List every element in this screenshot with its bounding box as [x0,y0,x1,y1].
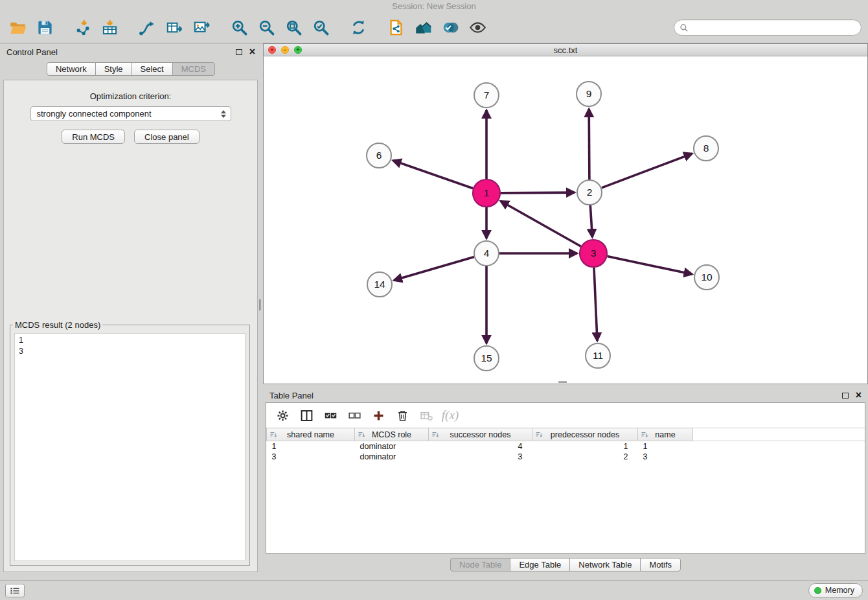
settings-gear-icon[interactable] [273,406,292,424]
node-table-cell[interactable]: dominator [355,452,429,462]
graph-node-3[interactable]: 3 [580,240,607,267]
network-graph[interactable]: 7968124314101511 [264,56,867,384]
graph-edge-4-14[interactable] [394,257,474,281]
node-table-cell[interactable]: 4 [429,441,532,452]
node-table-cell[interactable]: dominator [355,441,429,452]
graph-edge-1-2[interactable] [501,192,575,193]
add-icon[interactable] [369,406,388,424]
column-label: MCDS role [372,430,411,439]
svg-text:11: 11 [593,350,603,361]
graph-node-15[interactable]: 15 [474,346,499,371]
criterion-dropdown[interactable]: strongly connected component [30,106,231,121]
minimize-window-button[interactable]: − [281,46,289,54]
column-header-successor-nodes[interactable]: successor nodes [429,428,532,441]
refresh-layout-icon[interactable] [347,16,370,40]
venn-icon[interactable] [439,16,462,40]
graph-edge-3-11[interactable] [594,268,597,341]
export-image-icon[interactable] [190,16,213,40]
window-titlebar[interactable]: Session: New Session [0,0,868,12]
graph-edge-2-3[interactable] [590,205,592,237]
svg-text:6: 6 [376,150,382,161]
close-window-button[interactable]: × [268,46,276,54]
save-session-icon[interactable] [33,16,56,40]
control-panel-close-icon[interactable]: × [249,47,255,56]
delete-table-icon[interactable] [417,406,436,424]
table-panel-float-icon[interactable] [842,393,849,398]
tab-mcds[interactable]: MCDS [172,62,215,76]
deselect-all-rows-icon[interactable] [345,406,364,424]
node-table-cell[interactable]: 2 [532,452,638,462]
open-file-icon[interactable] [6,16,29,40]
node-table-cell[interactable]: 3 [267,452,355,462]
show-panels-button[interactable] [5,584,25,597]
node-table-cell[interactable]: 1 [267,441,355,452]
node-table-cell[interactable]: 3 [429,452,532,462]
zoom-selected-icon[interactable] [309,16,332,40]
zoom-in-icon[interactable] [227,16,251,40]
node-table-cell[interactable]: 3 [638,452,693,462]
fx-icon: f(x) [442,408,459,422]
svg-text:1: 1 [484,187,490,198]
graph-edge-2-9[interactable] [589,109,589,179]
tab-network-table[interactable]: Network Table [569,558,641,571]
zoom-fit-icon[interactable] [282,16,305,40]
export-table-icon[interactable] [163,16,186,40]
graph-node-4[interactable]: 4 [474,241,499,266]
home-icon[interactable] [411,16,435,40]
svg-text:7: 7 [484,89,490,100]
node-table-cell[interactable]: 1 [532,441,638,452]
network-canvas[interactable]: 7968124314101511 [264,56,867,384]
tab-edge-table[interactable]: Edge Table [510,558,570,571]
memory-button[interactable]: Memory [808,583,863,598]
graph-node-2[interactable]: 2 [577,180,602,205]
column-header-name[interactable]: name [638,428,693,441]
graph-edge-3-10[interactable] [608,257,692,275]
eye-icon[interactable] [466,16,489,40]
mcds-result-values[interactable]: 1 3 [14,333,246,561]
show-columns-icon[interactable] [297,406,316,424]
search-input[interactable] [691,21,856,34]
search-box[interactable] [674,19,862,36]
select-all-rows-icon[interactable] [321,406,340,424]
graph-node-14[interactable]: 14 [367,272,392,297]
graph-edge-1-6[interactable] [393,161,474,189]
zoom-out-icon[interactable] [255,16,278,40]
splitter-handle-vertical[interactable] [259,299,262,310]
node-table-row[interactable]: 3dominator323 [267,452,865,462]
tab-node-table[interactable]: Node Table [450,558,511,571]
graph-node-8[interactable]: 8 [694,136,718,161]
graph-node-10[interactable]: 10 [694,265,719,290]
tab-style[interactable]: Style [95,62,132,76]
table-panel: Table Panel × f(x) shared name MCDS role… [263,387,868,575]
splitter-handle-horizontal[interactable] [558,381,567,384]
graph-node-6[interactable]: 6 [367,143,391,168]
graph-edge-3-1[interactable] [501,201,581,246]
network-window-titlebar[interactable]: × − + scc.txt [264,44,867,56]
export-network-icon[interactable] [135,16,159,40]
graph-node-1[interactable]: 1 [473,179,500,207]
column-header-mcds-role[interactable]: MCDS role [355,428,429,441]
function-builder-icon[interactable]: f(x) [440,406,460,424]
memory-label: Memory [825,586,854,595]
tab-select[interactable]: Select [131,62,173,76]
column-label: shared name [287,430,334,439]
table-panel-close-icon[interactable]: × [856,391,862,400]
close-panel-button[interactable]: Close panel [134,130,200,144]
share-document-icon[interactable] [384,16,407,40]
column-header-predecessor-nodes[interactable]: predecessor nodes [532,428,638,441]
run-mcds-button[interactable]: Run MCDS [62,130,125,144]
graph-node-11[interactable]: 11 [586,343,610,368]
import-table-icon[interactable] [98,16,121,40]
import-network-icon[interactable] [71,16,94,40]
graph-node-7[interactable]: 7 [474,83,499,108]
column-header-shared-name[interactable]: shared name [267,428,355,441]
node-table-row[interactable]: 1dominator411 [267,441,865,452]
trash-icon[interactable] [393,406,412,424]
graph-node-9[interactable]: 9 [577,82,601,106]
tab-network[interactable]: Network [47,62,96,76]
zoom-window-button[interactable]: + [294,46,302,54]
node-table-cell[interactable]: 1 [638,441,693,452]
control-panel-float-icon[interactable] [236,49,242,55]
graph-edge-2-8[interactable] [602,154,692,188]
tab-motifs[interactable]: Motifs [640,558,681,571]
